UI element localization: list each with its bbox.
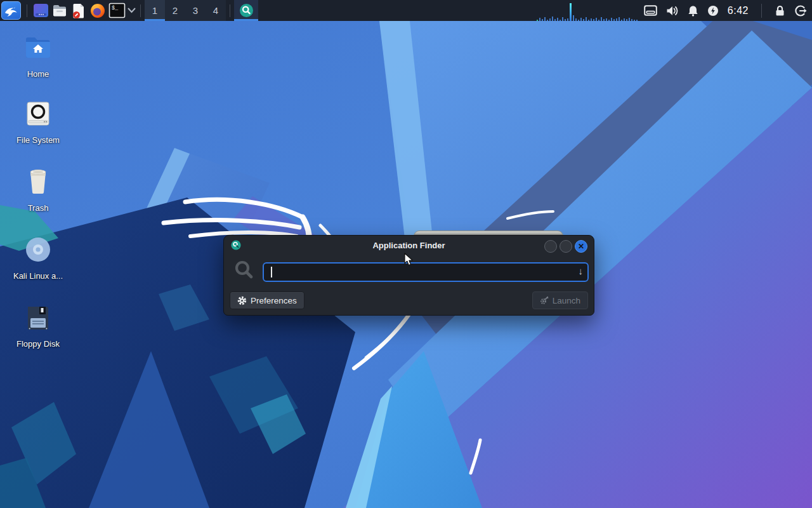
cpu-graph-bar — [570, 3, 572, 21]
notifications-bell-icon[interactable] — [688, 5, 698, 17]
cpu-graph-bar — [636, 20, 638, 21]
power-manager-icon[interactable] — [707, 5, 719, 17]
application-finder-icon — [231, 240, 241, 253]
hard-drive-icon — [8, 100, 69, 127]
launcher-file-manager[interactable] — [50, 1, 69, 20]
desktop-icon-label: Home — [8, 69, 69, 79]
cpu-graph-bar — [583, 19, 584, 21]
cpu-graph-bar — [634, 20, 635, 21]
cpu-graph-bar — [552, 17, 553, 21]
cpu-graph-bar — [588, 20, 589, 21]
cpu-graph-bar — [547, 20, 548, 21]
launcher-text-editor[interactable] — [69, 1, 88, 20]
workspace-button-4[interactable]: 4 — [206, 0, 226, 21]
cpu-graph-bar — [562, 17, 563, 21]
text-caret — [271, 267, 272, 277]
workspace-button-2[interactable]: 2 — [165, 0, 185, 21]
cpu-graph-bar — [601, 17, 602, 21]
cpu-graph-bar — [591, 18, 592, 21]
workspace-label: 1 — [152, 5, 157, 16]
desktop-icon-floppy[interactable]: Floppy Disk — [8, 304, 69, 349]
desktop-icon-kali-cd[interactable]: Kali Linux a... — [8, 236, 69, 281]
cpu-graph-bar — [593, 19, 594, 21]
top-panel: $_ 1 2 3 4 — [0, 0, 812, 21]
cpu-graph-bar — [544, 17, 546, 21]
cpu-graph-bar — [613, 19, 615, 21]
document-edit-icon — [70, 3, 87, 19]
workspace-label: 3 — [193, 5, 198, 16]
cpu-graph-bar — [578, 20, 579, 21]
launch-icon — [540, 296, 549, 305]
launcher-firefox[interactable] — [88, 1, 107, 20]
firefox-icon — [89, 3, 106, 19]
dropdown-arrow-icon[interactable]: ↓ — [579, 265, 584, 276]
trash-bin-icon — [8, 168, 69, 195]
workspace-label: 2 — [173, 5, 178, 16]
cpu-graph-bar — [631, 19, 632, 21]
panel-separator — [761, 4, 762, 18]
cpu-graph-bar — [580, 18, 582, 21]
terminal-dropdown-chevron[interactable] — [126, 8, 136, 13]
cpu-graph-bar — [606, 18, 607, 21]
maximize-button[interactable] — [560, 240, 572, 253]
cpu-graph-bar — [537, 20, 538, 21]
cpu-graph-bar — [619, 17, 620, 21]
desktop-icon-label: Trash — [8, 203, 69, 213]
preferences-button[interactable]: Preferences — [230, 291, 304, 309]
preferences-label: Preferences — [251, 296, 297, 305]
close-button[interactable]: ✕ — [575, 240, 587, 253]
cpu-graph-bar — [573, 15, 574, 21]
cpu-graph-bar — [624, 18, 625, 21]
desktop-icon-label: File System — [8, 135, 69, 145]
desktop-icon-label: Floppy Disk — [8, 339, 69, 349]
launch-label: Launch — [553, 296, 580, 305]
workspace-button-1[interactable]: 1 — [145, 0, 165, 21]
display-icon[interactable] — [644, 5, 657, 16]
app-grid-icon — [33, 3, 49, 18]
cpu-graph-bar — [554, 19, 556, 21]
optical-disc-icon — [8, 236, 69, 263]
cpu-graph-bar — [565, 19, 566, 21]
volume-icon[interactable] — [666, 5, 679, 17]
workspace-button-3[interactable]: 3 — [185, 0, 206, 21]
cpu-usage-graph[interactable] — [537, 0, 638, 21]
cpu-graph-bar — [611, 18, 612, 21]
logout-icon[interactable] — [794, 5, 807, 17]
home-folder-icon — [8, 34, 69, 61]
search-input[interactable] — [263, 262, 589, 282]
cpu-graph-bar — [542, 19, 543, 21]
workspace-label: 4 — [213, 5, 218, 16]
cpu-graph-bar — [586, 17, 587, 21]
minimize-button[interactable] — [544, 240, 557, 253]
panel-separator — [230, 4, 230, 17]
cpu-graph-bar — [629, 18, 630, 21]
launcher-app-grid[interactable] — [31, 1, 50, 20]
desktop-icon-trash[interactable]: Trash — [8, 168, 69, 213]
lock-icon[interactable] — [775, 5, 785, 17]
cpu-graph-bar — [539, 18, 540, 21]
cpu-graph-bar — [616, 18, 617, 21]
desktop-icon-file-system[interactable]: File System — [8, 100, 69, 145]
applications-menu-button[interactable] — [1, 1, 21, 20]
kali-logo-icon — [4, 3, 18, 18]
launch-button[interactable]: Launch — [532, 291, 588, 309]
cpu-graph-bar — [596, 18, 597, 21]
desktop-icon-home[interactable]: Home — [8, 34, 69, 79]
taskbar-application-finder[interactable] — [234, 0, 258, 21]
window-title: Application Finder — [372, 241, 445, 250]
search-icon — [234, 260, 254, 284]
floppy-disk-icon — [8, 304, 69, 331]
titlebar[interactable]: Application Finder ✕ — [224, 236, 594, 255]
cpu-graph-bar — [557, 18, 558, 21]
panel-separator — [27, 4, 27, 17]
cpu-graph-bar — [575, 18, 577, 21]
cpu-graph-bar — [598, 20, 599, 21]
cpu-graph-bar — [621, 20, 622, 21]
clock[interactable]: 6:42 — [728, 5, 749, 17]
gear-icon — [237, 296, 247, 305]
desktop-icon-label: Kali Linux a... — [8, 271, 69, 281]
launcher-terminal[interactable]: $_ — [107, 1, 126, 20]
cpu-graph-bar — [603, 19, 605, 21]
cpu-graph-bar — [608, 20, 610, 21]
cpu-graph-bar — [567, 18, 568, 21]
